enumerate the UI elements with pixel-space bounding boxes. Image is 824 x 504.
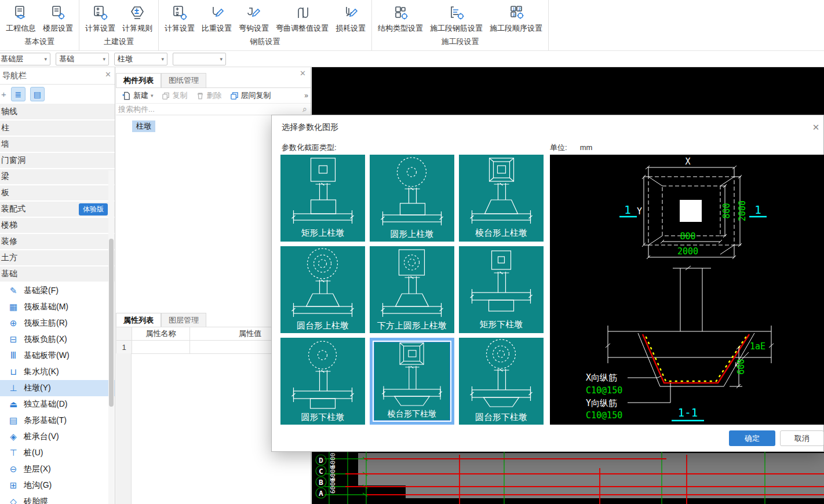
tab-layer-management[interactable]: 图层管理 [161,313,206,327]
navbar-category-beam[interactable]: 梁 [0,169,115,185]
x-rebar-value: C10@150 [586,385,622,396]
tile-cone-lower-pier[interactable]: 圆台形下柱墩 [459,338,544,425]
new-doc-icon [122,92,131,100]
extra-select[interactable]: ▾ [173,53,226,65]
tab-component-list[interactable]: 构件列表 [116,73,161,87]
grid-icon: ▦ [8,302,19,312]
segment-rebar-icon [449,2,465,23]
close-icon[interactable]: ✕ [105,70,111,79]
tree-item-trench[interactable]: ⊞地沟(G) [0,477,115,494]
calc-settings-button[interactable]: 计算设置 [82,2,119,34]
section-preview: X Y 800 2000 800 2000 1 1 [550,155,824,425]
copy-button[interactable]: 复制 [159,90,191,101]
nav-scrollbar-thumb[interactable] [109,239,114,407]
floor-settings-icon [50,2,66,23]
cushion-icon: ⊖ [8,464,19,474]
rebar-icon: ⊟ [8,334,19,345]
loss-settings-button[interactable]: 损耗设置 [332,2,369,34]
list-icon: ≣ [14,90,21,99]
chevron-down-icon: ▾ [151,93,154,98]
nav-scrollbar[interactable] [108,170,114,504]
trash-icon [196,92,205,100]
project-info-icon [13,2,29,23]
axis-label-a: A [319,489,323,498]
tree-item-foundation-strip[interactable]: Ⅲ基础板带(W) [0,348,115,364]
svg-text:下方上圆形上柱墩: 下方上圆形上柱墩 [377,320,447,330]
navbar-category-opening[interactable]: 门窗洞 [0,153,115,169]
floor-settings-button[interactable]: 楼层设置 [39,2,76,34]
tile-rect-lower-pier[interactable]: 矩形下柱墩 [459,246,544,333]
tree-item-sump-pit[interactable]: ⊔集水坑(K) [0,364,115,380]
axis-label-c: C [319,467,323,476]
segment-rebar-button[interactable]: 施工段钢筋设置 [426,2,486,34]
navbar-category-decoration[interactable]: 装修 [0,234,115,250]
nav-detail-view-toggle[interactable]: ▤ [30,87,45,101]
cancel-button[interactable]: 取消 [780,430,824,446]
navbar-category-axis[interactable]: 轴线 [0,104,115,120]
component-list-item-pier[interactable]: 柱墩 [132,120,155,132]
tree-item-raft-negative-rebar[interactable]: ⊟筏板负筋(X) [0,331,115,348]
navbar-category-foundation[interactable]: 基础 [0,266,115,283]
segment-order-button[interactable]: 123 施工段顺序设置 [486,2,546,34]
overflow-icon[interactable]: » [304,92,307,100]
tile-circle-lower-pier[interactable]: 圆形下柱墩 [280,338,365,425]
structure-type-button[interactable]: 结构类型设置 [374,2,426,34]
tree-item-pile[interactable]: ⊤桩(U) [0,445,115,461]
project-info-button[interactable]: 工程信息 [2,2,39,34]
tile-cone-upper-pier[interactable]: 圆台形上柱墩 [280,246,365,333]
rebar-calc-settings-button[interactable]: 计算设置 [161,2,198,34]
calc-rules-button[interactable]: 计算规则 [119,2,156,34]
density-settings-button[interactable]: 比重设置 [198,2,235,34]
svg-text:1: 1 [512,7,515,11]
navbar-category-wall[interactable]: 墙 [0,137,115,153]
pedestal-icon: ⊥ [8,383,19,393]
category-select[interactable]: 基础▾ [56,53,109,65]
tile-circle-upper-pier[interactable]: 圆形上柱墩 [370,155,454,242]
tree-item-isolated-foundation[interactable]: ⏏独立基础(D) [0,396,115,412]
tile-square-circle-upper-pier[interactable]: 下方上圆形上柱墩 [370,246,454,333]
search-input[interactable] [116,104,311,115]
tab-property-list[interactable]: 属性列表 [116,313,161,327]
tree-item-pile-cap[interactable]: ◈桩承台(V) [0,429,115,445]
tree-item-raft-foundation[interactable]: ▦筏板基础(M) [0,299,115,315]
tree-item-cushion[interactable]: ⊖垫层(X) [0,461,115,477]
tree-item-foundation-beam[interactable]: ✎基础梁(F) [0,283,115,299]
trial-badge: 体验版 [79,203,108,216]
navbar-category-column[interactable]: 柱 [0,120,115,137]
nav-list-view-toggle[interactable]: ≣ [11,87,25,101]
tile-frustum-lower-pier[interactable]: 棱台形下柱墩 [370,338,454,425]
ok-button[interactable]: 确定 [729,430,775,446]
section-dim-600: 600 [736,359,746,374]
trench-icon: ⊞ [8,480,19,491]
floor-select[interactable]: 基础层▾ [0,53,50,65]
element-select[interactable]: 柱墩▾ [114,53,167,65]
tile-rect-upper-pier[interactable]: 矩形上柱墩 [280,155,365,242]
tree-item-brick-mold[interactable]: ◇砖胎膜 [0,494,115,504]
bend-adjust-settings-button[interactable]: 弯曲调整值设置 [272,2,332,34]
delete-button[interactable]: 删除 [193,90,225,101]
new-button[interactable]: 新建 ▾ [119,90,156,101]
navbar-category-prefab[interactable]: 装配式体验版 [0,202,115,218]
cad-grid-drawing: D C B A 6000 6000 6000 [312,452,824,504]
unit-label: 单位:mm [550,143,592,153]
base-icon: ⏏ [8,399,19,410]
chevron-down-icon: ▾ [44,56,47,62]
copy-between-floors-button[interactable]: 层间复制 [227,90,274,101]
ribbon-group-rebar: 计算设置 比重设置 弯钩设置 弯曲调整值设置 损耗设置 钢筋设置 [159,0,372,50]
ribbon-group-segment: 结构类型设置 施工段钢筋设置 123 施工段顺序设置 施工段设置 [372,0,549,50]
svg-text:圆形上柱墩: 圆形上柱墩 [391,229,434,239]
tree-item-strip-foundation[interactable]: ▤条形基础(T) [0,412,115,429]
navbar-category-earthwork[interactable]: 土方 [0,250,115,266]
tree-item-raft-main-rebar[interactable]: ⊕筏板主筋(R) [0,315,115,331]
nav-partial-icon: + [1,89,6,99]
hook-settings-button[interactable]: 弯钩设置 [235,2,272,34]
chevron-down-icon: ▾ [220,56,223,62]
tab-drawing-management[interactable]: 图纸管理 [161,73,206,87]
close-icon[interactable]: ✕ [810,122,822,133]
tree-item-column-pier[interactable]: ⊥柱墩(Y) [0,380,115,396]
close-icon[interactable]: ✕ [300,69,306,78]
diamond-icon: ◈ [8,432,19,442]
navbar-category-slab[interactable]: 板 [0,185,115,202]
tile-frustum-upper-pier[interactable]: 棱台形上柱墩 [459,155,544,242]
navbar-category-stairs[interactable]: 楼梯 [0,218,115,234]
